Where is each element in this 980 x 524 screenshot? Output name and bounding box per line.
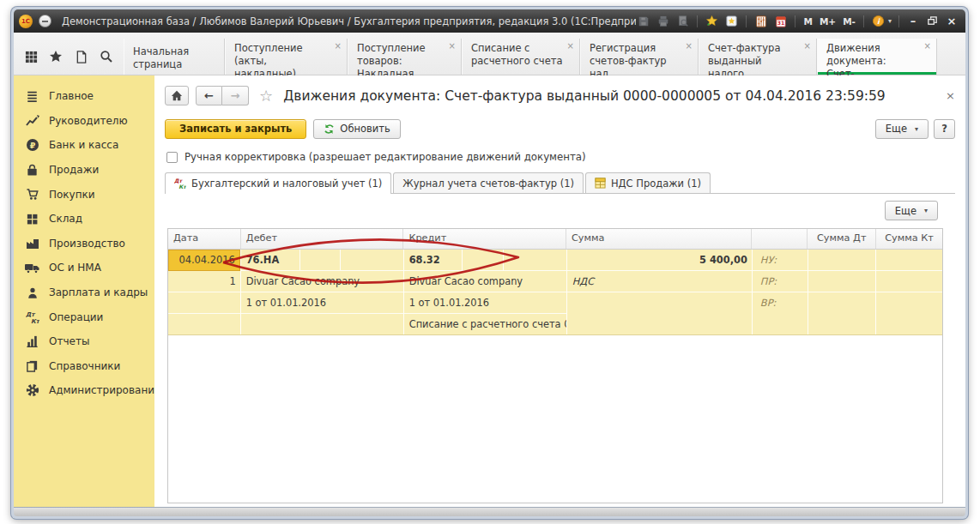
1c-app-icon[interactable]: 1С	[19, 15, 33, 28]
memory-minus-button[interactable]: M-	[842, 16, 856, 27]
table-row[interactable]: 04.04.2016 1 76.НА Divuar Cacao company	[168, 250, 942, 335]
add-to-favorites-icon[interactable]	[705, 15, 719, 28]
sections-menu-icon[interactable]	[23, 49, 39, 64]
close-tab-icon[interactable]: ×	[449, 42, 456, 51]
tab-postuplenie-akty[interactable]: Поступление (акты, накладные) ×	[225, 39, 348, 75]
cell-credit-account[interactable]: 68.32	[404, 250, 463, 270]
column-header-date[interactable]: Дата	[168, 229, 241, 249]
cell-empty[interactable]	[168, 314, 240, 334]
cell-empty[interactable]	[241, 314, 403, 334]
sidebar-item-os-i-nma[interactable]: ОС и НМА	[14, 256, 154, 280]
tab-accounting-register[interactable]: ДтКт Бухгалтерский и налоговый учет (1)	[165, 172, 391, 194]
tab-schet-faktura[interactable]: Счет-фактура выданный налого... ×	[699, 39, 817, 75]
form-close-button[interactable]: ×	[946, 89, 955, 102]
favorites-list-icon[interactable]	[724, 15, 739, 28]
cell-date-selected[interactable]: 04.04.2016	[168, 250, 240, 271]
tab-postuplenie-tovarov[interactable]: Поступление товаров: Накладная... ×	[348, 39, 462, 75]
close-tab-icon[interactable]: ×	[567, 42, 574, 51]
tab-spisanie[interactable]: Списание с расчетного счета ... ×	[462, 39, 580, 75]
close-tab-icon[interactable]: ×	[335, 42, 342, 51]
tab-registraciya[interactable]: Регистрация счетов-фактур нал... ×	[580, 39, 699, 75]
more-button[interactable]: Еще ▾	[875, 119, 929, 139]
sidebar-item-operacii[interactable]: ДтКт Операции	[14, 304, 154, 329]
sidebar-item-pokupki[interactable]: Покупки	[14, 182, 154, 207]
cell-amount-label[interactable]: НДС	[567, 271, 752, 292]
close-tab-icon[interactable]: ×	[804, 42, 811, 51]
sidebar-item-zarplata-i-kadry[interactable]: Зарплата и кадры	[14, 280, 154, 305]
forward-button[interactable]: →	[222, 86, 249, 105]
close-tab-icon[interactable]: ×	[686, 42, 693, 51]
table-more-button[interactable]: Еще ▾	[885, 201, 938, 220]
sidebar-item-proizvodstvo[interactable]: Производство	[14, 232, 154, 256]
cell-empty[interactable]	[808, 292, 876, 334]
cell-debit-subconto1[interactable]: Divuar Cacao company	[241, 271, 403, 292]
calculator-icon[interactable]	[753, 15, 768, 28]
tab-dvizheniya-dokumenta[interactable]: Движения документа: Счет-... ×	[817, 39, 937, 75]
help-label: ?	[941, 123, 947, 135]
cell-flag-vr[interactable]: ВР:	[753, 292, 808, 334]
cell-empty[interactable]	[300, 250, 341, 270]
history-icon[interactable]	[74, 49, 89, 64]
tab-invoice-journal[interactable]: Журнал учета счетов-фактур (1)	[393, 172, 584, 193]
print-preview-icon[interactable]	[675, 15, 690, 28]
column-header-credit[interactable]: Кредит	[403, 229, 566, 249]
sidebar-item-glavnoe[interactable]: Главное	[14, 84, 154, 109]
sidebar-item-rukovoditelyu[interactable]: Руководителю	[14, 109, 154, 134]
info-button[interactable]: i	[871, 15, 886, 28]
column-header-amount-dt[interactable]: Сумма Дт	[808, 229, 876, 249]
sidebar-item-administrirovanie[interactable]: Администрирование	[14, 378, 154, 403]
cell-empty[interactable]	[808, 250, 876, 271]
main-menu-button[interactable]	[39, 15, 51, 27]
column-header-amount[interactable]: Сумма	[566, 229, 753, 249]
cell-empty[interactable]	[341, 250, 403, 270]
sidebar-item-otchety[interactable]: Отчеты	[14, 329, 154, 354]
column-header-amount-kt[interactable]: Сумма Кт	[876, 229, 942, 249]
print-icon[interactable]	[656, 15, 670, 28]
favorites-icon[interactable]	[48, 49, 64, 64]
cell-empty[interactable]	[876, 250, 942, 271]
cell-credit-subconto2[interactable]: 1 от 01.01.2016	[404, 292, 566, 314]
calendar-icon[interactable]: 31	[773, 15, 788, 28]
refresh-button[interactable]: Обновить	[313, 119, 400, 139]
register-tabs: ДтКт Бухгалтерский и налоговый учет (1) …	[165, 172, 955, 194]
restore-button[interactable]	[925, 15, 940, 28]
cell-debit-account[interactable]: 76.НА	[241, 250, 301, 270]
sidebar-item-bank-i-kassa[interactable]: ₽ Банк и касса	[14, 133, 154, 158]
cell-line-number[interactable]: 1	[168, 271, 240, 292]
close-window-button[interactable]: ×	[945, 15, 959, 27]
cell-amount[interactable]: 5 400,00	[567, 250, 752, 271]
cell-credit-subconto3[interactable]: Списание с расчетного счета 0...	[404, 314, 566, 334]
back-button[interactable]: ←	[196, 86, 222, 105]
sidebar-item-spravochniki[interactable]: Справочники	[14, 354, 154, 379]
save-and-close-button[interactable]: Записать и закрыть	[165, 119, 306, 139]
cell-empty[interactable]	[504, 250, 566, 270]
manual-adjustment-checkbox[interactable]	[166, 152, 178, 163]
cell-debit-subconto2[interactable]: 1 от 01.01.2016	[241, 292, 403, 314]
movements-table[interactable]: Дата Дебет Кредит Сумма Сумма Дт Сумма К…	[167, 228, 943, 503]
cell-empty[interactable]	[808, 271, 876, 292]
info-dropdown-caret[interactable]: ▾	[888, 17, 892, 25]
sidebar-item-prodazhi[interactable]: Продажи	[14, 158, 154, 183]
cell-empty[interactable]	[168, 292, 240, 314]
cell-empty[interactable]	[876, 292, 942, 334]
home-button[interactable]	[165, 86, 189, 105]
memory-plus-button[interactable]: M+	[819, 16, 837, 27]
favorite-star-icon[interactable]: ☆	[259, 87, 273, 105]
search-icon[interactable]	[99, 49, 114, 64]
tab-vat-sales[interactable]: НДС Продажи (1)	[585, 172, 711, 193]
cell-empty[interactable]	[463, 250, 504, 270]
cell-empty[interactable]	[567, 292, 752, 334]
cell-flag-pr[interactable]: ПР:	[753, 271, 808, 292]
save-icon[interactable]	[636, 15, 650, 28]
cell-empty[interactable]	[876, 271, 942, 292]
cell-flag-nu[interactable]: НУ:	[753, 250, 808, 271]
close-tab-icon[interactable]: ×	[924, 42, 931, 51]
column-header-debit[interactable]: Дебет	[241, 229, 404, 249]
help-button[interactable]: ?	[934, 119, 955, 139]
minimize-button[interactable]: –	[906, 15, 920, 27]
tab-home[interactable]: Начальная страница	[124, 39, 225, 75]
memory-button[interactable]: M	[802, 16, 813, 27]
sidebar-item-sklad[interactable]: Склад	[14, 207, 154, 232]
cell-credit-subconto1[interactable]: Divuar Cacao company	[404, 271, 566, 292]
column-header-flags[interactable]	[752, 229, 808, 249]
